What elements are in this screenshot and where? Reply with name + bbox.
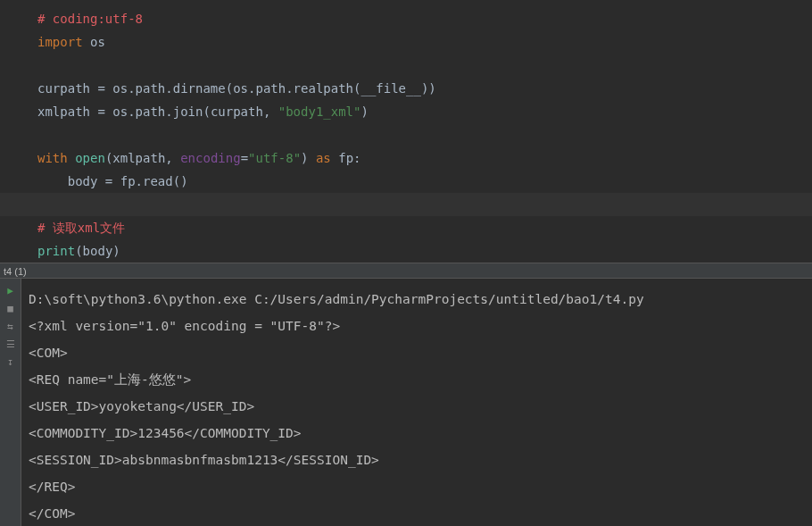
code-token: import — [37, 35, 90, 49]
code-token: )) — [421, 81, 436, 96]
run-tab-label[interactable]: t4 (1) — [4, 266, 27, 277]
code-token: = — [97, 81, 112, 96]
code-token: print — [37, 244, 75, 258]
code-token: fp.read — [120, 174, 173, 188]
code-token: "body1_xml" — [278, 104, 361, 119]
code-token: # 读取xml文件 — [37, 221, 125, 235]
code-token: ) — [301, 151, 316, 165]
code-token: = — [105, 174, 120, 188]
code-token: , — [263, 104, 278, 119]
code-line[interactable]: # coding:utf-8 — [0, 7, 812, 30]
code-token: as — [316, 151, 338, 165]
console-line: <?xml version="1.0" encoding = "UTF-8"?> — [29, 313, 805, 339]
code-line[interactable]: xmlpath = os.path.join(curpath, "body1_x… — [0, 100, 812, 123]
code-token: os.path.join — [112, 104, 203, 119]
code-token: curpath — [37, 81, 97, 96]
code-token: encoding — [180, 151, 240, 165]
code-token: with — [37, 151, 75, 165]
console-line: <SESSION_ID>absbnmasbnfmasbm1213</SESSIO… — [29, 447, 805, 473]
code-token: os.path.realpath — [233, 81, 353, 96]
layout-icon[interactable]: ⇆ — [3, 318, 19, 334]
code-token: body — [83, 244, 113, 258]
code-line[interactable]: print(body) — [0, 239, 812, 263]
console-line: </REQ> — [29, 473, 805, 500]
console-line: </COM> — [29, 500, 805, 526]
code-token: __file__ — [360, 81, 420, 96]
code-line[interactable]: # 读取xml文件 — [0, 216, 812, 239]
code-line[interactable]: body = fp.read() — [0, 170, 812, 193]
code-line[interactable]: curpath = os.path.dirname(os.path.realpa… — [0, 77, 812, 100]
code-token: ( — [226, 81, 233, 96]
console-line: D:\soft\python3.6\python.exe C:/Users/ad… — [29, 286, 805, 313]
code-token: "utf-8" — [248, 151, 301, 165]
code-token: body — [37, 174, 105, 188]
code-token: , — [165, 151, 180, 165]
code-token: ) — [360, 104, 368, 119]
rerun-icon[interactable]: ▶ — [3, 282, 19, 298]
code-line[interactable] — [0, 123, 812, 146]
code-token: = — [241, 151, 248, 165]
code-token: os — [90, 35, 105, 49]
code-line[interactable] — [0, 54, 812, 77]
console-line: <COM> — [29, 339, 805, 366]
console-line: <USER_ID>yoyoketang</USER_ID> — [29, 393, 805, 420]
code-line[interactable] — [0, 193, 812, 216]
code-token: open — [75, 151, 105, 165]
code-token: curpath — [211, 104, 263, 119]
code-editor[interactable]: # coding:utf-8import os curpath = os.pat… — [0, 0, 812, 263]
console-line: <REQ name="上海-悠悠"> — [29, 366, 805, 393]
code-token: ( — [203, 104, 210, 119]
code-token: xmlpath — [37, 104, 97, 119]
console-toolbar: ▶ ■ ⇆ ☰ ↧ — [0, 279, 21, 526]
code-token: os.path.dirname — [112, 81, 225, 96]
code-token: fp: — [338, 151, 360, 165]
console-line: <COMMODITY_ID>123456</COMMODITY_ID> — [29, 420, 805, 447]
run-tab-bar[interactable]: t4 (1) — [0, 263, 812, 279]
settings-icon[interactable]: ☰ — [3, 336, 19, 352]
code-token: xmlpath — [112, 151, 165, 165]
code-token: = — [97, 104, 112, 119]
code-line[interactable]: with open(xmlpath, encoding="utf-8") as … — [0, 146, 812, 170]
code-token: ) — [112, 244, 120, 258]
code-line[interactable]: import os — [0, 30, 812, 54]
stop-icon[interactable]: ■ — [3, 300, 19, 316]
console-pane: ▶ ■ ⇆ ☰ ↧ D:\soft\python3.6\python.exe C… — [0, 279, 812, 526]
code-token: ( — [75, 244, 82, 258]
code-token: # coding:utf-8 — [37, 12, 143, 26]
code-token: () — [173, 174, 188, 188]
console-output[interactable]: D:\soft\python3.6\python.exe C:/Users/ad… — [21, 279, 812, 526]
pin-icon[interactable]: ↧ — [3, 354, 19, 370]
